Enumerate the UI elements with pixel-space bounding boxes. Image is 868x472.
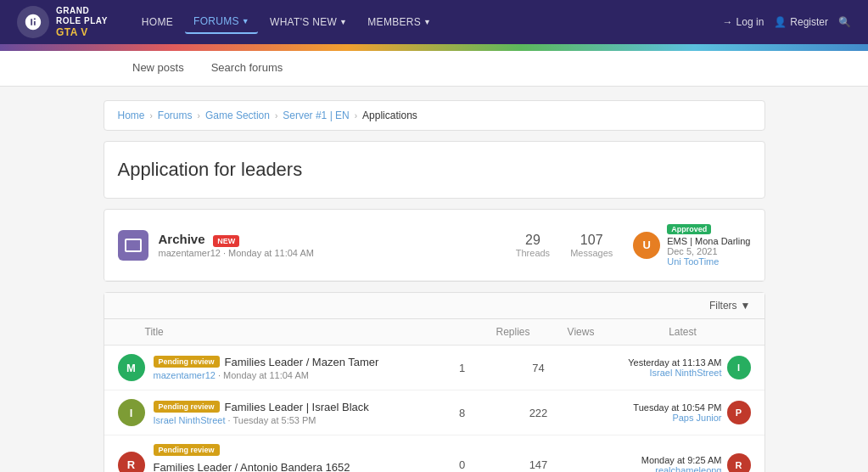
thread-title[interactable]: Families Leader | Israel Black [225,401,369,413]
archive-latest-user[interactable]: Uni TooTime [667,256,750,267]
col-latest-header: Latest [615,326,751,338]
thread-latest-time: Yesterday at 11:13 AM [586,357,722,368]
thread-title-row: Pending review Families Leader / Antonio… [154,444,420,472]
logo-text: GRAND ROLE PLAY GTA V [56,6,108,38]
filters-caret-icon: ▼ [741,300,751,312]
thread-latest-user[interactable]: realchameleong [586,465,722,473]
breadcrumb: Home › Forums › Game Section › Server #1… [104,100,765,131]
page-title: Application for leaders [118,159,751,181]
thread-latest-val: Yesterday at 11:13 AM Israel NinthStreet [586,357,722,378]
new-posts-button[interactable]: New posts [119,51,198,86]
col-title-header: Title [145,326,479,338]
column-headers: Title Replies Views Latest [104,319,764,346]
thread-replies: 8 [428,407,496,419]
archive-row: Archive NEW mazentamer12 · Monday at 11:… [104,210,764,281]
thread-title-row: Pending review Families Leader / Mazen T… [154,356,420,368]
threads-stat: 29 Threads [516,233,550,258]
thread-latest: Tuesday at 10:54 PM Paps Junior P [581,401,751,424]
archive-new-badge: NEW [213,235,239,247]
filters-button[interactable]: Filters ▼ [709,300,751,312]
messages-label: Messages [570,248,613,258]
header: GRAND ROLE PLAY GTA V HOME FORUMS ▼ WHAT… [0,0,868,44]
sep1: › [150,111,153,121]
search-button[interactable]: 🔍 [838,16,851,28]
thread-latest-val: Tuesday at 10:54 PM Paps Junior [586,402,722,423]
thread-row: I Pending review Families Leader | Israe… [104,391,764,435]
thread-replies: 1 [428,362,496,374]
pending-tag: Pending review [154,401,220,413]
thread-author[interactable]: Israel NinthStreet [154,415,226,425]
search-forums-button[interactable]: Search forums [198,51,297,86]
thread-latest: Monday at 9:25 AM realchameleong R [581,453,751,473]
thread-latest-user[interactable]: Israel NinthStreet [586,368,722,378]
threads-label: Threads [516,248,550,258]
toolbar: New posts Search forums [0,51,868,87]
archive-latest: U Approved EMS | Mona Darling Dec 5, 202… [633,223,750,267]
logo-svg [24,13,42,31]
thread-latest-time: Monday at 9:25 AM [586,455,722,465]
sep3: › [275,111,277,121]
archive-meta: mazentamer12 · Monday at 11:04 AM [159,248,314,258]
archive-section: Archive NEW mazentamer12 · Monday at 11:… [104,209,765,282]
sep4: › [355,111,357,121]
color-banner [0,44,868,51]
page-title-box: Application for leaders [104,141,765,199]
archive-name[interactable]: Archive [159,232,205,246]
whats-new-caret: ▼ [339,18,347,26]
thread-list-header: Filters ▼ [104,293,764,319]
register-button[interactable]: 👤 Register [774,16,828,28]
thread-latest: Yesterday at 11:13 AM Israel NinthStreet… [581,356,751,379]
nav-whats-new[interactable]: WHAT'S NEW ▼ [261,11,356,33]
breadcrumb-game-section[interactable]: Game Section [205,110,270,121]
thread-sub: mazentamer12 · Monday at 11:04 AM [154,370,420,380]
register-icon: 👤 [774,16,787,28]
pending-tag: Pending review [154,444,220,456]
col-replies-header: Replies [479,326,547,338]
thread-title[interactable]: Families Leader / Mazen Tamer [225,356,379,368]
thread-latest-val: Monday at 9:25 AM realchameleong [586,455,722,473]
messages-stat: 107 Messages [570,233,613,258]
sep2: › [198,111,200,121]
logo[interactable]: GRAND ROLE PLAY GTA V [17,6,108,38]
thread-rows-container: M Pending review Families Leader / Mazen… [104,346,764,472]
thread-list: Filters ▼ Title Replies Views Latest M P… [104,292,765,472]
thread-views: 147 [505,458,573,471]
thread-author[interactable]: mazentamer12 [154,370,216,380]
archive-name-row: Archive NEW [159,232,314,246]
nav-home[interactable]: HOME [133,11,182,33]
nav-forums[interactable]: FORUMS ▼ [185,10,258,34]
archive-latest-info: Approved EMS | Mona Darling Dec 5, 2021 … [667,223,750,267]
breadcrumb-current: Applications [362,110,417,121]
members-caret: ▼ [423,18,431,26]
thread-latest-avatar: I [727,356,751,379]
thread-info: Pending review Families Leader / Antonio… [154,444,420,472]
col-views-header: Views [547,326,615,338]
thread-title[interactable]: Families Leader / Antonio Bandera 1652 [154,461,350,472]
archive-latest-date: Dec 5, 2021 [667,246,750,256]
login-icon: → [723,16,733,28]
archive-info: Archive NEW mazentamer12 · Monday at 11:… [159,232,314,258]
thread-info: Pending review Families Leader | Israel … [154,401,420,425]
thread-latest-user[interactable]: Paps Junior [586,413,722,423]
breadcrumb-forums[interactable]: Forums [158,110,193,121]
thread-avatar: M [118,354,145,381]
header-actions: → Log in 👤 Register 🔍 [723,16,851,28]
forum-icon-shape [125,239,142,252]
thread-avatar: I [118,399,145,426]
thread-row: R Pending review Families Leader / Anton… [104,435,764,472]
breadcrumb-home[interactable]: Home [118,110,145,121]
thread-latest-avatar: R [727,453,751,473]
thread-info: Pending review Families Leader / Mazen T… [154,356,420,380]
main-content: Home › Forums › Game Section › Server #1… [104,87,765,472]
forums-caret: ▼ [242,17,249,25]
archive-latest-title: EMS | Mona Darling [667,236,750,246]
search-icon: 🔍 [838,16,851,28]
nav-members[interactable]: MEMBERS ▼ [359,11,440,33]
threads-count: 29 [516,233,550,248]
pending-tag: Pending review [154,356,220,368]
logo-icon [17,6,49,38]
breadcrumb-server[interactable]: Server #1 | EN [283,110,349,121]
thread-latest-avatar: P [727,401,751,424]
archive-stats: 29 Threads 107 Messages U Approved EMS |… [516,223,751,267]
login-button[interactable]: → Log in [723,16,764,28]
